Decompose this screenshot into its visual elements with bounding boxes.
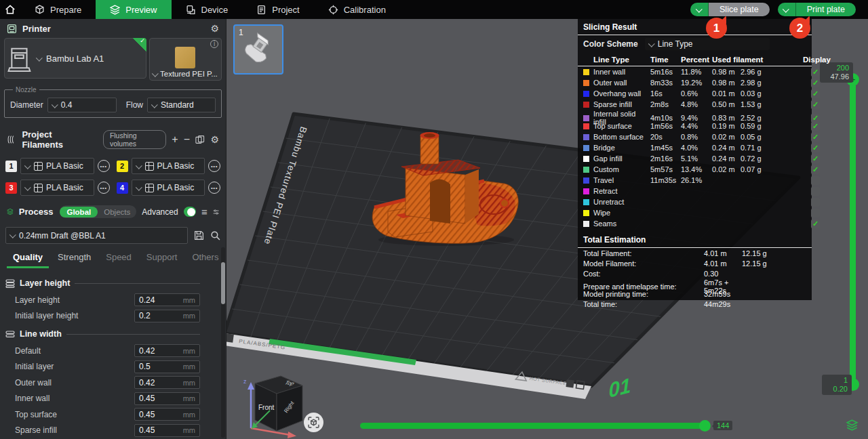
top-layer-height: 47.96 bbox=[824, 72, 849, 81]
scope-objects[interactable]: Objects bbox=[98, 207, 136, 217]
plate-type-card[interactable]: i Textured PEI P... bbox=[149, 38, 222, 81]
slice-plate-button[interactable]: Slice plate bbox=[709, 3, 770, 16]
print-plate-dropdown[interactable] bbox=[778, 3, 796, 16]
printer-select-card[interactable]: Bambu Lab A1 ✓ bbox=[4, 38, 146, 79]
tune-icon[interactable] bbox=[213, 207, 219, 217]
display-checkbox[interactable]: ✓ bbox=[811, 165, 820, 174]
print-plate-button[interactable]: Print plate bbox=[796, 3, 856, 16]
search-icon[interactable] bbox=[210, 230, 220, 241]
step-slider-handle[interactable] bbox=[699, 420, 711, 432]
filament-settings-gear-icon[interactable]: ⚙ bbox=[210, 134, 219, 145]
cube-face-front[interactable]: Front bbox=[258, 404, 275, 411]
tab-label: Prepare bbox=[50, 5, 81, 15]
group-header-layer-height[interactable]: Layer height bbox=[0, 273, 226, 292]
filament-select[interactable]: PLA Basic bbox=[20, 180, 94, 196]
line-type-length: 0.01 m bbox=[712, 89, 741, 98]
tab-prepare[interactable]: Prepare bbox=[20, 0, 96, 19]
total-label: Model printing time: bbox=[583, 290, 704, 298]
line-type-swatch bbox=[583, 69, 589, 75]
display-checkbox[interactable]: ✓ bbox=[811, 133, 820, 142]
plate-type-name: Textured PEI P... bbox=[160, 70, 218, 78]
nozzle-diameter-select[interactable]: 0.4 bbox=[47, 98, 117, 112]
display-checkbox[interactable]: ✓ bbox=[811, 154, 820, 163]
process-tab-quality[interactable]: Quality bbox=[7, 252, 49, 268]
display-checkbox[interactable]: ✓ bbox=[811, 187, 820, 196]
orientation-cube[interactable]: Top Front Right z x bbox=[243, 376, 302, 439]
tab-preview[interactable]: Preview bbox=[96, 0, 171, 19]
line-type-percent: 4.4% bbox=[681, 122, 712, 130]
param-input[interactable]: 0.24 mm bbox=[134, 293, 200, 306]
line-type-swatch bbox=[583, 177, 589, 184]
filament-select[interactable]: PLA Basic bbox=[132, 180, 205, 196]
filament-spool-icon bbox=[145, 162, 154, 171]
filament-edit-button[interactable]: ••• bbox=[98, 160, 110, 172]
add-filament-button[interactable]: + bbox=[172, 133, 178, 146]
tab-calibration[interactable]: Calibration bbox=[314, 0, 400, 19]
param-input[interactable]: 0.45 mm bbox=[134, 408, 200, 421]
scrollbar-thumb[interactable] bbox=[221, 262, 225, 304]
process-tab-others[interactable]: Others bbox=[186, 252, 224, 268]
line-type-percent: 5.1% bbox=[681, 154, 712, 163]
display-checkbox[interactable]: ✓ bbox=[811, 209, 820, 217]
tab-device[interactable]: Device bbox=[172, 0, 243, 19]
display-checkbox[interactable]: ✓ bbox=[811, 198, 820, 207]
display-checkbox[interactable]: ✓ bbox=[811, 220, 820, 228]
scope-global[interactable]: Global bbox=[60, 207, 98, 217]
sync-filament-icon[interactable] bbox=[195, 135, 205, 144]
filament-edit-button[interactable]: ••• bbox=[98, 182, 110, 194]
color-scheme-select[interactable]: Line Type bbox=[645, 38, 770, 50]
axis-z-label: z bbox=[243, 378, 247, 385]
settings-scrollbar[interactable] bbox=[221, 247, 225, 438]
plate-thumbnail[interactable]: 1 bbox=[233, 24, 283, 75]
flow-select[interactable]: Standard bbox=[147, 98, 216, 112]
step-slider-track[interactable] bbox=[360, 423, 707, 429]
display-checkbox[interactable]: ✓ bbox=[811, 176, 820, 185]
layers-view-icon[interactable] bbox=[846, 419, 859, 434]
group-header-line-width[interactable]: Line width bbox=[0, 324, 226, 343]
line-type-weight: 1.53 g bbox=[741, 100, 770, 108]
process-preset-select[interactable]: 0.24mm Draft @BBL A1 bbox=[5, 227, 188, 244]
process-tab-strength[interactable]: Strength bbox=[52, 252, 97, 268]
tab-project[interactable]: Project bbox=[242, 0, 313, 19]
display-checkbox[interactable]: ✓ bbox=[811, 79, 820, 87]
param-input[interactable]: 0.42 mm bbox=[134, 376, 200, 389]
save-preset-icon[interactable] bbox=[194, 230, 204, 241]
display-checkbox[interactable]: ✓ bbox=[811, 144, 820, 152]
total-label: Cost: bbox=[583, 270, 704, 278]
param-input[interactable]: 0.45 mm bbox=[134, 424, 200, 437]
line-type-percent: 4.8% bbox=[681, 100, 712, 108]
advanced-toggle[interactable] bbox=[184, 207, 196, 217]
printer-settings-gear-icon[interactable]: ⚙ bbox=[210, 23, 219, 34]
slice-plate-dropdown[interactable] bbox=[690, 3, 709, 16]
filament-select[interactable]: PLA Basic bbox=[132, 158, 205, 174]
process-tab-speed[interactable]: Speed bbox=[100, 252, 138, 268]
focus-model-button[interactable] bbox=[304, 413, 323, 432]
param-input[interactable]: 0.42 mm bbox=[134, 344, 200, 357]
filament-edit-button[interactable]: ••• bbox=[208, 160, 220, 172]
filament-edit-button[interactable]: ••• bbox=[208, 182, 220, 194]
display-checkbox[interactable]: ✓ bbox=[811, 100, 820, 109]
parameter-list-icon[interactable]: ≡ bbox=[201, 206, 208, 217]
param-input[interactable]: 0.2 mm bbox=[134, 310, 200, 322]
layer-slider-track[interactable] bbox=[850, 77, 856, 383]
param-row-initial-layer: Initial layer 0.5 mm bbox=[0, 359, 226, 375]
flushing-volumes-button[interactable]: Flushing volumes bbox=[103, 130, 166, 149]
home-button[interactable] bbox=[0, 0, 20, 19]
param-input[interactable]: 0.5 mm bbox=[134, 360, 200, 373]
top-toolbar: PreparePreviewDeviceProjectCalibration S… bbox=[0, 0, 868, 19]
process-scope-toggle[interactable]: Global Objects bbox=[60, 205, 136, 218]
info-icon[interactable]: i bbox=[210, 40, 218, 48]
group-title: Line width bbox=[20, 329, 62, 339]
display-checkbox[interactable]: ✓ bbox=[811, 68, 820, 77]
line-type-percent: 26.1% bbox=[681, 176, 712, 184]
display-checkbox[interactable]: ✓ bbox=[811, 89, 820, 98]
filament-select[interactable]: PLA Basic bbox=[20, 158, 94, 174]
total-label: Total Filament: bbox=[583, 249, 704, 257]
process-tab-support[interactable]: Support bbox=[140, 252, 184, 268]
annotation-badge-2: 2 bbox=[789, 18, 810, 39]
line-type-percent: 0.6% bbox=[681, 89, 712, 98]
remove-filament-button[interactable]: − bbox=[184, 133, 190, 146]
param-input[interactable]: 0.45 mm bbox=[134, 392, 200, 405]
line-type-swatch bbox=[583, 210, 589, 216]
display-checkbox[interactable]: ✓ bbox=[811, 122, 820, 131]
